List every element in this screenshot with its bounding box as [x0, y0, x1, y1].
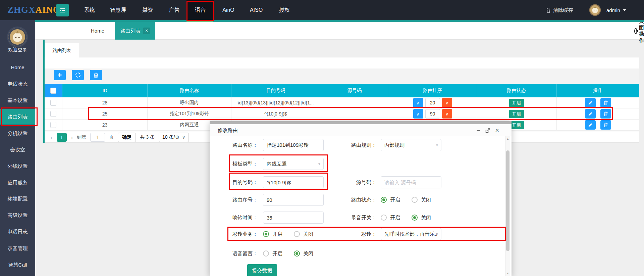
user-menu[interactable]: admin — [606, 0, 626, 20]
panel-tab-route-list[interactable]: 路由列表 — [45, 43, 79, 57]
route-status-on-radio[interactable] — [381, 197, 387, 203]
ring-service-radios: 开启 关闭 — [263, 228, 313, 240]
nav-item-media[interactable]: 媒资 — [132, 0, 163, 20]
cell-dest-number: \d{13}||0\d{13}||\d{12}||0\d{12}||\d{1..… — [231, 97, 320, 108]
record-on-radio[interactable] — [381, 215, 387, 221]
sidebar-item-terminal-config[interactable]: 终端配置 — [0, 194, 35, 203]
sidebar-item-extension-settings[interactable]: 分机设置 — [0, 129, 35, 138]
sidebar-item-smart-call[interactable]: 智慧Call — [0, 261, 35, 269]
template-type-label: 模板类型： — [218, 158, 258, 170]
nav-underline-active — [186, 20, 213, 22]
cell-id: 23 — [62, 120, 148, 130]
select-all-cell — [45, 84, 62, 97]
current-page-button[interactable]: 1 — [57, 133, 67, 142]
modal-header: 修改路由 − × — [210, 124, 512, 136]
cell-route-sort: ∧ ∨ — [389, 97, 476, 108]
table-header-row: ID 路由名称 目的号码 源号码 路由排序 路由状态 操作 — [45, 84, 639, 97]
sidebar-item-phone-status[interactable]: 电话状态 — [0, 80, 35, 88]
goto-confirm-button[interactable]: 确定 — [118, 133, 136, 142]
edit-route-button[interactable] — [585, 109, 596, 119]
goto-page-input[interactable] — [90, 133, 105, 142]
user-avatar[interactable] — [589, 4, 601, 16]
clear-cache-button[interactable]: 清除缓存 — [546, 0, 573, 20]
select-all-checkbox[interactable] — [50, 88, 56, 94]
route-name-input[interactable] — [263, 139, 324, 151]
delete-selected-button[interactable] — [90, 70, 102, 80]
divider — [629, 27, 629, 35]
close-tab-icon[interactable]: × — [143, 28, 150, 34]
delete-route-button[interactable] — [600, 109, 611, 119]
sort-up-button[interactable]: ∧ — [413, 109, 423, 119]
nav-item-aino[interactable]: AinO — [213, 0, 244, 20]
voice-message-off-radio[interactable] — [294, 250, 300, 257]
cell-id: 28 — [62, 97, 148, 108]
sort-down-button[interactable]: ∨ — [442, 98, 452, 107]
sidebar-item-home[interactable]: Home — [0, 63, 35, 72]
prev-page-button[interactable]: ‹ — [50, 134, 53, 141]
sort-down-button[interactable]: ∨ — [442, 109, 452, 119]
row-checkbox[interactable] — [50, 100, 56, 106]
header-route-status: 路由状态 — [476, 84, 557, 97]
page-size-select[interactable]: 10 条/页 ∨ — [159, 133, 189, 142]
sidebar-item-call-logs[interactable]: 电话日志 — [0, 227, 35, 236]
ring-service-off-radio[interactable] — [294, 231, 300, 237]
nav-item-smartscreen[interactable]: 智慧屏 — [103, 0, 133, 20]
refresh-button[interactable] — [72, 70, 84, 80]
scroll-down-icon[interactable]: ▼ — [505, 272, 510, 275]
dest-number-label: 目的号码： — [218, 176, 258, 188]
brand-logo: ZHGXAINO® — [7, 5, 63, 15]
sidebar-item-route-list[interactable]: 路由列表 — [0, 109, 35, 125]
template-type-select[interactable]: 内线互通 ▼ — [263, 158, 324, 170]
page-actions-dropdown[interactable]: 页面操作 — [634, 22, 644, 40]
edit-route-button[interactable] — [585, 120, 596, 130]
nav-item-aiso[interactable]: AISO — [241, 0, 271, 20]
trash-icon — [603, 100, 608, 105]
tab-route-list[interactable]: 路由列表 × — [115, 22, 155, 40]
add-route-button[interactable]: + — [54, 70, 66, 80]
sidebar-item-app-services[interactable]: 应用服务 — [0, 178, 35, 187]
route-seq-input[interactable] — [263, 194, 324, 206]
modal-drag-handle[interactable] — [210, 121, 512, 124]
page-actions-icon — [634, 28, 637, 34]
nav-item-voice[interactable]: 语音 — [186, 0, 214, 20]
ring-tone-select[interactable]: 先呼叫技术部，再音乐.r ▼ — [381, 228, 441, 240]
dest-number-input[interactable] — [263, 176, 324, 188]
sidebar-collapse-button[interactable] — [56, 4, 69, 16]
sort-value-input[interactable] — [425, 98, 440, 107]
tab-home[interactable]: Home — [82, 22, 113, 40]
sidebar-item-meeting-room[interactable]: 会议室 — [0, 145, 35, 154]
row-checkbox[interactable] — [50, 122, 56, 128]
route-rule-select[interactable]: 内部规则 ▼ — [381, 139, 441, 151]
sort-value-input[interactable] — [425, 109, 440, 119]
src-number-input[interactable] — [381, 176, 441, 188]
page-unit-label: 页 — [109, 134, 114, 140]
ring-time-input[interactable] — [263, 212, 324, 224]
ring-service-on-radio[interactable] — [263, 231, 269, 237]
edit-route-button[interactable] — [585, 98, 596, 107]
sidebar-item-basic-settings[interactable]: 基本设置 — [0, 96, 35, 105]
nav-item-ads[interactable]: 广告 — [159, 0, 190, 20]
total-count-label: 共 3 条 — [140, 134, 155, 140]
sidebar-item-recording-mgmt[interactable]: 录音管理 — [0, 244, 35, 253]
record-off-radio[interactable] — [412, 215, 418, 221]
sidebar-item-trunk-settings[interactable]: 外线设置 — [0, 162, 35, 171]
minimize-icon[interactable]: − — [475, 127, 482, 134]
nav-item-license[interactable]: 授权 — [269, 0, 300, 20]
submit-button[interactable]: 提交数据 — [247, 264, 277, 276]
delete-route-button[interactable] — [600, 120, 611, 130]
scroll-up-icon[interactable]: ▲ — [505, 137, 510, 140]
sort-up-button[interactable]: ∧ — [413, 98, 423, 107]
scrollbar-thumb[interactable] — [506, 150, 509, 251]
page-tabbar: Home 路由列表 × 页面操作 — [35, 22, 644, 40]
nav-item-system[interactable]: 系统 — [74, 0, 105, 20]
voice-message-on-radio[interactable] — [263, 250, 269, 257]
next-page-button[interactable]: › — [71, 134, 73, 141]
close-icon[interactable]: × — [493, 127, 501, 134]
row-checkbox[interactable] — [50, 111, 56, 117]
route-status-off-radio[interactable] — [412, 197, 418, 203]
sidebar-item-advanced-settings[interactable]: 高级设置 — [0, 211, 35, 220]
delete-route-button[interactable] — [600, 98, 611, 107]
maximize-icon[interactable] — [484, 127, 491, 134]
trash-icon — [603, 123, 608, 127]
modal-scrollbar[interactable]: ▲ ▼ — [505, 136, 510, 276]
